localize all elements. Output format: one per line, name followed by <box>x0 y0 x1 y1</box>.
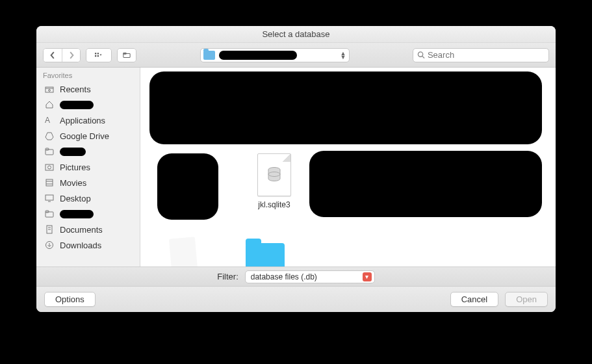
sidebar-item-recents[interactable]: Recents <box>36 81 140 97</box>
window-title: Select a database <box>262 29 329 39</box>
redacted-area <box>309 151 542 217</box>
home-icon <box>44 99 55 110</box>
folder-icon <box>44 146 55 157</box>
gdrive-icon <box>44 131 55 141</box>
view-mode-button[interactable] <box>86 49 111 62</box>
sidebar-item-label-redacted <box>60 210 94 218</box>
sidebar-item-label-redacted <box>60 101 94 109</box>
svg-rect-3 <box>97 55 99 57</box>
sidebar-item-label-redacted <box>60 148 86 156</box>
back-button[interactable] <box>44 49 62 62</box>
sidebar-item-documents[interactable]: Documents <box>36 222 140 237</box>
grid-icon <box>95 51 103 59</box>
footer: Options Cancel Open <box>36 286 556 312</box>
svg-rect-0 <box>95 53 96 54</box>
nav-segment <box>43 48 81 62</box>
dropdown-caret-icon: ▾ <box>363 272 372 281</box>
group-button[interactable] <box>118 49 136 62</box>
sidebar-item-label: Pictures <box>60 162 90 172</box>
partial-folder-icon[interactable] <box>246 243 285 266</box>
sidebar-item-desktop[interactable]: Desktop <box>36 190 140 206</box>
sidebar-section-title: Favorites <box>36 68 140 81</box>
filter-value: database files (.db) <box>251 272 317 281</box>
applications-icon: A <box>44 115 55 125</box>
sidebar-item-pictures[interactable]: Pictures <box>36 159 140 175</box>
sidebar-item-label: Documents <box>60 225 103 235</box>
svg-rect-2 <box>95 55 96 57</box>
filter-select[interactable]: database files (.db) ▾ <box>245 270 375 283</box>
pictures-icon <box>44 162 55 172</box>
svg-point-15 <box>48 166 51 169</box>
search-icon <box>417 51 425 59</box>
sidebar-item-applications[interactable]: A Applications <box>36 112 140 128</box>
sidebar-item-folder2[interactable] <box>36 206 140 222</box>
svg-rect-14 <box>45 164 53 170</box>
toolbar: ▲▼ <box>36 43 556 68</box>
open-button[interactable]: Open <box>505 292 548 307</box>
sidebar-item-downloads[interactable]: Downloads <box>36 237 140 253</box>
database-icon <box>265 166 283 184</box>
folder-icon <box>44 209 55 219</box>
svg-rect-1 <box>97 53 99 54</box>
path-label-redacted <box>219 51 297 60</box>
file-label: jkl.sqlite3 <box>258 200 290 209</box>
search-field[interactable] <box>413 48 549 62</box>
body: Favorites Recents A Applications <box>36 68 556 266</box>
svg-point-10 <box>49 90 51 92</box>
redacted-item <box>157 153 218 220</box>
document-icon <box>257 153 291 196</box>
svg-point-6 <box>418 52 422 57</box>
sidebar-item-movies[interactable]: Movies <box>36 175 140 190</box>
path-popup[interactable]: ▲▼ <box>200 48 350 62</box>
svg-rect-16 <box>46 179 53 186</box>
options-button[interactable]: Options <box>44 292 96 307</box>
title-bar: Select a database <box>36 26 556 43</box>
sidebar-item-googledrive[interactable]: Google Drive <box>36 128 140 144</box>
sidebar-item-label: Desktop <box>60 194 91 203</box>
movies-icon <box>44 177 55 188</box>
sidebar-item-home[interactable] <box>36 97 140 112</box>
file-browser[interactable]: jkl.sqlite3 <box>140 68 556 266</box>
redacted-area <box>149 72 542 144</box>
sidebar-item-label: Google Drive <box>60 131 109 141</box>
filter-bar: Filter: database files (.db) ▾ <box>36 266 556 286</box>
sidebar: Favorites Recents A Applications <box>36 68 140 266</box>
svg-rect-19 <box>45 195 53 200</box>
downloads-icon <box>44 240 55 250</box>
svg-line-7 <box>422 56 424 58</box>
view-segment <box>86 48 112 62</box>
svg-text:A: A <box>45 116 50 125</box>
chevron-right-icon <box>68 51 75 59</box>
sidebar-item-label: Movies <box>60 178 86 188</box>
chevron-left-icon <box>49 51 57 59</box>
documents-icon <box>44 224 55 235</box>
recents-icon <box>44 84 55 94</box>
file-open-dialog: Select a database <box>36 26 556 312</box>
sidebar-item-folder1[interactable] <box>36 144 140 159</box>
filter-label: Filter: <box>217 272 238 281</box>
up-down-caret-icon: ▲▼ <box>341 51 346 59</box>
cancel-button[interactable]: Cancel <box>450 292 498 307</box>
folder-outline-icon <box>123 51 131 59</box>
sidebar-item-label: Applications <box>60 116 105 125</box>
forward-button[interactable] <box>62 49 80 62</box>
sidebar-item-label: Recents <box>60 84 91 94</box>
group-segment <box>117 48 136 62</box>
sidebar-item-label: Downloads <box>60 240 101 250</box>
desktop-icon <box>44 193 55 203</box>
folder-icon <box>203 51 215 60</box>
file-item-jkl[interactable]: jkl.sqlite3 <box>242 153 307 209</box>
search-input[interactable] <box>428 50 545 60</box>
partial-file-icon[interactable] <box>169 237 198 266</box>
